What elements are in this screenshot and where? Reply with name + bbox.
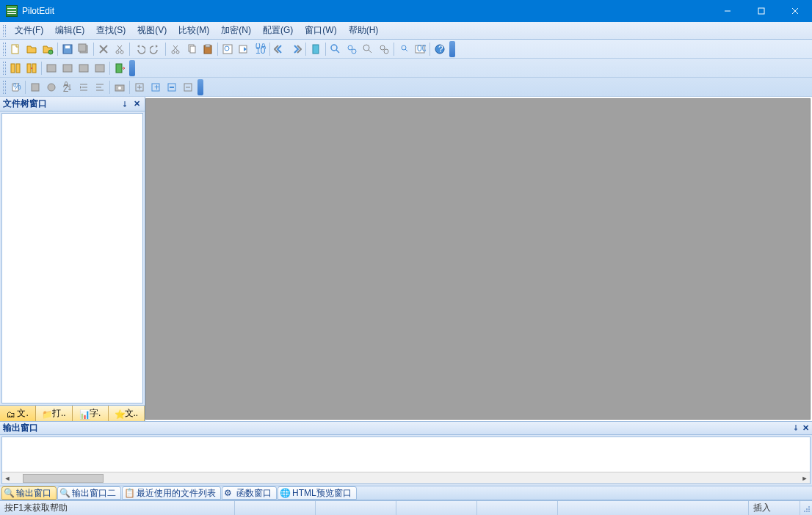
svg-point-34	[363, 45, 369, 51]
close-icon[interactable]: ✕	[802, 423, 809, 433]
script-button[interactable]: %	[7, 79, 23, 95]
help-button[interactable]: ?	[432, 41, 448, 57]
hex-button[interactable]: 00	[412, 41, 428, 57]
replace-folder-button[interactable]	[376, 41, 392, 57]
left-tab-open[interactable]: 📁打..	[36, 406, 72, 421]
sort-az-button[interactable]: AZ	[59, 79, 76, 95]
left-tab-fav[interactable]: ⭐文..	[109, 406, 145, 421]
tab-output2[interactable]: 🔍输出窗口二	[57, 486, 121, 500]
maximize-button[interactable]	[744, 0, 778, 22]
save-button[interactable]	[59, 41, 76, 57]
tab-functions[interactable]: ⚙函数窗口	[222, 486, 277, 500]
indent-button[interactable]	[76, 79, 92, 95]
toolbar-end-icon	[129, 60, 135, 76]
sort-button[interactable]: 0A10	[252, 41, 268, 57]
tab-recent[interactable]: 📋最近使用的文件列表	[122, 486, 221, 500]
open-file-button[interactable]	[23, 41, 40, 57]
toolbar-1: 0A10 00 ?	[0, 40, 812, 59]
copy-button[interactable]	[184, 41, 200, 57]
collapse-all-button[interactable]	[164, 79, 180, 95]
cut-button[interactable]	[112, 41, 128, 57]
svg-point-77	[806, 508, 808, 510]
copy-line-button[interactable]	[27, 79, 43, 95]
compare-folders-button[interactable]	[23, 60, 40, 76]
scroll-left-icon[interactable]: ◄	[2, 473, 12, 483]
replace-files-button[interactable]	[344, 41, 360, 57]
open-folder-button[interactable]	[40, 41, 56, 57]
expand-all-button[interactable]: +	[148, 79, 164, 95]
bookmark-button[interactable]	[308, 41, 324, 57]
svg-line-35	[369, 50, 371, 53]
merge-left-button[interactable]	[43, 60, 59, 76]
svg-rect-45	[16, 64, 20, 73]
svg-rect-7	[65, 45, 70, 48]
horizontal-scrollbar[interactable]: ◄ ►	[2, 472, 810, 483]
file-tree-body[interactable]	[1, 113, 143, 403]
status-cell-2	[316, 501, 396, 515]
save-all-button[interactable]	[76, 41, 92, 57]
left-tab-file[interactable]: 🗂文.	[0, 406, 36, 421]
left-panel-tabs: 🗂文. 📁打.. 📊字. ⭐文..	[0, 405, 145, 421]
menu-view[interactable]: 视图(V)	[131, 22, 173, 39]
menu-find[interactable]: 查找(S)	[90, 22, 131, 39]
menu-file[interactable]: 文件(F)	[9, 22, 49, 39]
tab-output[interactable]: 🔍输出窗口	[1, 486, 57, 500]
exit-compare-button[interactable]	[112, 60, 128, 76]
bottom-tabs: 🔍输出窗口 🔍输出窗口二 📋最近使用的文件列表 ⚙函数窗口 🌐HTML预览窗口	[0, 486, 812, 500]
svg-point-5	[48, 50, 53, 54]
prev-button[interactable]	[272, 41, 288, 57]
outdent-button[interactable]	[92, 79, 108, 95]
scroll-right-icon[interactable]: ►	[800, 473, 810, 483]
compare-files-button[interactable]	[7, 60, 23, 76]
menu-compare[interactable]: 比较(M)	[173, 22, 215, 39]
app-icon	[6, 5, 18, 17]
menu-help[interactable]: 帮助(H)	[343, 22, 385, 39]
find-button[interactable]	[220, 41, 236, 57]
search-files-button[interactable]	[327, 41, 344, 57]
minimize-button[interactable]	[711, 0, 744, 22]
status-help: 按F1来获取帮助	[0, 501, 235, 515]
resize-grip-icon[interactable]	[800, 503, 812, 514]
close-icon[interactable]: ✕	[131, 99, 142, 109]
left-tab-font[interactable]: 📊字.	[73, 406, 109, 421]
tree-icon: 🗂	[7, 409, 15, 418]
regex-button[interactable]	[396, 41, 412, 57]
pin-icon[interactable]	[120, 99, 130, 109]
cut2-button[interactable]	[167, 41, 184, 57]
encoding-button[interactable]	[43, 79, 59, 95]
scroll-thumb[interactable]	[23, 474, 104, 483]
output-body[interactable]: ◄ ►	[1, 437, 811, 484]
delete-button[interactable]	[95, 41, 112, 57]
menu-window[interactable]: 窗口(W)	[299, 22, 342, 39]
svg-point-80	[806, 511, 808, 512]
new-file-button[interactable]	[7, 41, 23, 57]
toolbar-end-icon	[449, 41, 455, 57]
svg-point-79	[804, 511, 805, 512]
toolbar-3: % AZ +	[0, 78, 812, 97]
next-diff-button[interactable]	[76, 60, 92, 76]
editor-area[interactable]	[145, 98, 811, 420]
search-folder-button[interactable]	[360, 41, 376, 57]
svg-rect-1	[758, 8, 764, 14]
svg-point-32	[348, 45, 352, 50]
menu-edit[interactable]: 编辑(E)	[49, 22, 90, 39]
prev-diff-button[interactable]	[92, 60, 108, 76]
svg-point-56	[48, 84, 55, 91]
collapse-button[interactable]	[180, 79, 196, 95]
menu-encrypt[interactable]: 加密(N)	[215, 22, 257, 39]
merge-right-button[interactable]	[59, 60, 76, 76]
next-button[interactable]	[288, 41, 304, 57]
expand-button[interactable]	[131, 79, 148, 95]
undo-button[interactable]	[131, 41, 148, 57]
close-button[interactable]	[778, 0, 812, 22]
menu-config[interactable]: 配置(G)	[257, 22, 299, 39]
svg-point-78	[808, 508, 810, 510]
svg-point-33	[352, 49, 356, 54]
tab-html-preview[interactable]: 🌐HTML预览窗口	[278, 486, 357, 500]
pin-icon[interactable]	[792, 423, 800, 434]
redo-button[interactable]	[148, 41, 164, 57]
paste-button[interactable]	[200, 41, 216, 57]
goto-button[interactable]	[236, 41, 252, 57]
snapshot-button[interactable]	[112, 79, 128, 95]
svg-rect-29	[313, 45, 319, 54]
